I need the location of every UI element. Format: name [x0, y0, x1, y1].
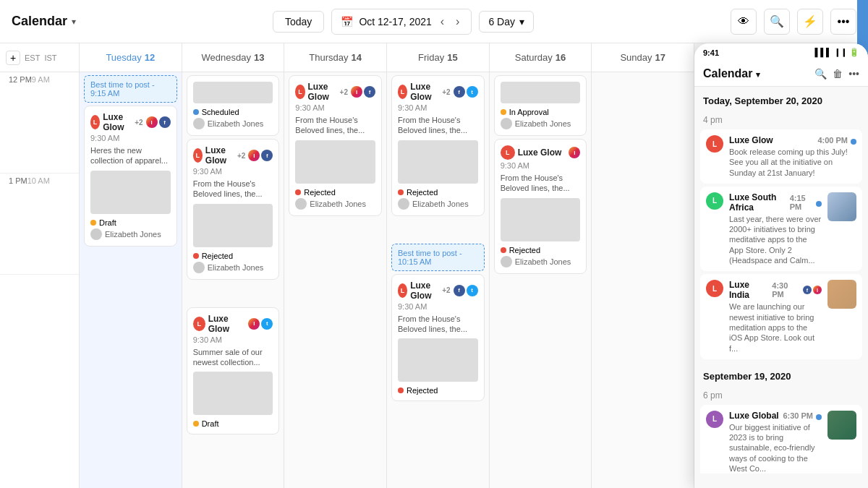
time-est-10am: 10 AM [27, 176, 50, 185]
time-main-12: 12 PM [9, 75, 32, 84]
tz1-label: EST [25, 53, 40, 62]
app-title: Calendar [12, 14, 67, 29]
event-card-wed-2[interactable]: L Luxe Glow I t 9:30 AM Summer sale of o… [187, 307, 280, 435]
mobile-brand-avatar-1: L [706, 135, 723, 153]
event-status-sat-1: Rejected [501, 246, 581, 254]
instagram-icon-sat: I [569, 147, 580, 158]
mobile-event-2[interactable]: L Luxe South Africa 4:15 PM Last year, t… [700, 187, 862, 271]
mobile-trash-icon[interactable]: 🗑 [833, 68, 843, 80]
event-image-tue-1 [90, 171, 171, 214]
time-slots: 12 PM 9 AM 1 PM 10 AM [0, 72, 79, 275]
day-col-tuesday: Best time to post - 9:15 AM L Luxe Glow … [80, 72, 182, 488]
event-card-sat-top[interactable]: In Approval Elizabeth Jones [494, 75, 587, 136]
social-icons-fri-1: f t [454, 86, 478, 98]
social-icons-wed-2: I t [248, 318, 273, 330]
time-main-1: 1 PM [9, 176, 27, 185]
more-icon-button[interactable]: ••• [830, 9, 856, 35]
event-brand-wed-1: L Luxe Glow +2 I f [193, 145, 273, 166]
add-event-button[interactable]: + [6, 51, 20, 65]
day-col-friday: L Luxe Glow +2 f t 9:30 AM From the Hous… [387, 72, 490, 488]
event-author-wed-top: Elizabeth Jones [193, 118, 273, 129]
status-dot-rejected-fri [398, 189, 404, 195]
search-icon-button[interactable]: 🔍 [764, 9, 790, 35]
mobile-event-brand-1: Luxe Glow 4:00 PM [729, 135, 856, 145]
title-chevron-icon[interactable]: ▾ [72, 17, 76, 27]
mobile-event-3[interactable]: L Luxe India 4:30 PM f I We are launchin… [700, 274, 862, 359]
event-card-wed-1[interactable]: L Luxe Glow +2 I f 9:30 AM From the Hous… [187, 139, 280, 280]
brand-avatar-wed-2: L [193, 317, 205, 331]
best-time-friday: Best time to post - 10:15 AM [391, 244, 485, 271]
mobile-time-label1: 4 pm [694, 111, 868, 127]
mobile-search-icon[interactable]: 🔍 [814, 68, 827, 80]
status-dot-draft-wed2 [193, 421, 199, 427]
view-selector[interactable]: 6 Day ▾ [479, 11, 534, 33]
event-image-sat-top [501, 82, 581, 103]
brand-avatar-fri-1: L [398, 85, 407, 99]
mobile-signal-icons: ▌▌▌ ❙❙ 🔋 [815, 48, 860, 57]
eye-icon-button[interactable]: 👁 [731, 9, 757, 35]
mobile-event-brand-3: Luxe India 4:30 PM f I [729, 280, 822, 300]
prev-arrow[interactable]: ‹ [438, 14, 447, 30]
view-label: 6 Day [488, 16, 515, 27]
day-num-wed: 13 [254, 52, 264, 63]
event-image-wed-1 [193, 204, 273, 247]
day-headers: Tuesday 12 Wednesday 13 Thursday 14 Frid… [80, 43, 694, 72]
event-status-tue-1: Draft [90, 218, 171, 227]
today-button[interactable]: Today [273, 11, 324, 33]
mobile-header-title: Calendar ▾ [703, 67, 760, 80]
time-slot-12pm: 12 PM 9 AM [0, 72, 79, 174]
mobile-header-chevron: ▾ [756, 70, 760, 79]
mobile-date-section1: Today, September 20, 2020 [694, 87, 868, 111]
date-range-label: Oct 12-17, 2021 [359, 16, 431, 27]
day-num-sun: 17 [655, 52, 665, 63]
event-author-fri-1: Elizabeth Jones [398, 198, 478, 210]
mobile-event-1[interactable]: L Luxe Glow 4:00 PM Book release coming … [700, 129, 862, 184]
status-dot-draft [90, 220, 96, 226]
event-card-thu-1[interactable]: L Luxe Glow +2 I f 9:30 AM From the Hous… [289, 75, 382, 216]
brand-avatar-sat-1: L [501, 145, 515, 160]
filter-icon-button[interactable]: ⚡ [797, 9, 823, 35]
author-avatar-fri-1 [398, 198, 409, 210]
status-dot-rejected-sat [501, 247, 506, 253]
mobile-event-img-3 [827, 280, 856, 309]
date-range-button[interactable]: 📅 Oct 12-17, 2021 ‹ › [331, 9, 472, 35]
day-num-fri: 15 [447, 52, 457, 63]
day-header-friday: Friday 15 [387, 43, 490, 72]
header-center: Today 📅 Oct 12-17, 2021 ‹ › 6 Day ▾ [273, 9, 534, 35]
author-avatar-tue-1 [90, 228, 102, 240]
mobile-header-icons: 🔍 🗑 ••• [814, 68, 859, 80]
facebook-icon-fri2: f [454, 285, 465, 296]
calendar-grid: Tuesday 12 Wednesday 13 Thursday 14 Frid… [80, 43, 694, 488]
mobile-event-4[interactable]: L Luxe Global 6:30 PM Our biggest initia… [700, 405, 862, 474]
next-arrow[interactable]: › [453, 14, 462, 30]
day-name-sun: Sunday [620, 52, 652, 63]
day-col-thursday: L Luxe Glow +2 I f 9:30 AM From the Hous… [284, 72, 387, 488]
event-card-fri-1[interactable]: L Luxe Glow +2 f t 9:30 AM From the Hous… [391, 75, 485, 216]
facebook-icon-fri: f [454, 86, 465, 98]
event-card-sat-1[interactable]: L Luxe Glow I 9:30 AM From the House's B… [494, 139, 587, 274]
day-num-tue: 12 [145, 52, 155, 63]
author-avatar-thu-1 [295, 198, 307, 210]
unread-dot-4 [816, 414, 822, 420]
mobile-time-label2: 6 pm [694, 386, 868, 402]
status-dot-rejected-wed [193, 253, 199, 259]
author-avatar-sat-1 [501, 256, 512, 267]
time-slot-1pm: 1 PM 10 AM [0, 174, 79, 275]
mobile-time: 9:41 [703, 48, 719, 57]
mobile-brand-avatar-4: L [706, 411, 723, 428]
mobile-more-icon[interactable]: ••• [848, 68, 859, 80]
facebook-icon-thu: f [364, 86, 375, 98]
day-name-sat: Saturday [515, 52, 553, 63]
event-card-fri-2[interactable]: L Luxe Glow +2 f t 9:30 AM From the Hous… [391, 274, 485, 402]
event-card-wed-top[interactable]: Scheduled Elizabeth Jones [187, 75, 280, 136]
event-brand-thu-1: L Luxe Glow +2 I f [295, 82, 375, 102]
calendar-body: + EST IST 12 PM 9 AM 1 PM 10 AM Tuesday … [0, 43, 868, 488]
mobile-event-brand-2: Luxe South Africa 4:15 PM [729, 192, 822, 213]
event-brand-tue-1: L Luxe Glow +2 I f [90, 112, 171, 132]
view-chevron-icon: ▾ [519, 16, 524, 27]
event-card-tue-1[interactable]: L Luxe Glow +2 I f 9:30 AM Heres the new… [84, 106, 177, 247]
event-status-wed-top: Scheduled [193, 108, 273, 116]
brand-avatar-thu-1: L [295, 85, 305, 99]
event-image-wed-2 [193, 372, 273, 415]
social-icons-sat-1: I [569, 147, 580, 158]
